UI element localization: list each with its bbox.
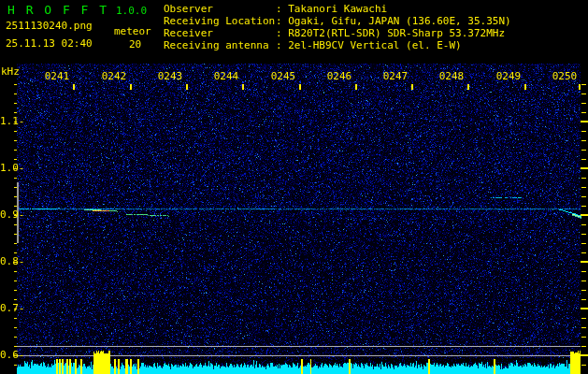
time-axis-label: 0250 <box>549 71 581 81</box>
time-axis-label: 0243 <box>154 71 186 81</box>
time-axis-label: 0249 <box>493 71 524 81</box>
freq-axis-label: 0.6- <box>0 350 18 360</box>
freq-axis-label: 1.0- <box>0 163 18 173</box>
freq-axis-label: 0.9- <box>0 209 18 220</box>
axis-labels-layer: 0241024202430244024502460247024802490250… <box>0 0 588 374</box>
time-axis-label: 0245 <box>267 71 299 81</box>
time-axis-label: 0247 <box>380 71 411 81</box>
hrofft-output-image: H R O F F T 1.0.0 2511130240.png meteor … <box>0 0 588 374</box>
time-axis-label: 0241 <box>41 71 73 81</box>
freq-axis-label: 0.7- <box>0 303 18 313</box>
time-axis-label: 0248 <box>436 71 467 81</box>
time-axis-label: 0242 <box>98 71 130 81</box>
freq-axis-label: 0.8- <box>0 256 18 266</box>
time-axis-label: 0244 <box>210 71 242 81</box>
time-axis-label: 0246 <box>323 71 355 81</box>
freq-axis-label: 1.1- <box>0 116 18 126</box>
